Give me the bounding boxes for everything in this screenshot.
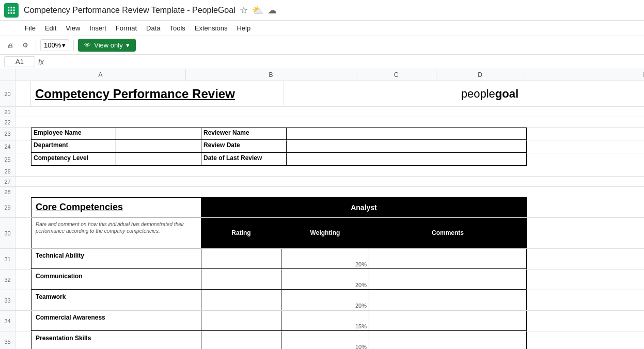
cell-21-empty[interactable]	[15, 107, 527, 117]
filter-button[interactable]: ⚙	[19, 39, 32, 51]
cell-a20[interactable]	[15, 81, 31, 106]
cell-c25-val[interactable]	[116, 153, 201, 166]
cell-c31[interactable]	[201, 249, 281, 269]
main-title-text: Competency Performance Review	[35, 87, 235, 101]
cell-e24-val[interactable]	[287, 140, 527, 153]
cell-28-empty[interactable]	[15, 187, 527, 197]
zoom-value: 100%	[44, 41, 61, 49]
rating-label: Rating	[231, 229, 250, 236]
row-num-31: 31	[0, 249, 15, 269]
zoom-selector[interactable]: 100% ▾	[40, 39, 69, 51]
col-header-a[interactable]: A	[15, 69, 186, 81]
cell-a35[interactable]	[15, 331, 31, 349]
row-num-26: 26	[0, 166, 15, 176]
table-row: 24 Department Review Date	[0, 140, 644, 153]
weighting-4-val: 10%	[284, 344, 367, 349]
cell-a25[interactable]	[15, 153, 31, 166]
row-num-24: 24	[0, 140, 15, 153]
cell-b33[interactable]: Teamwork	[31, 290, 201, 310]
cell-27-empty[interactable]	[15, 177, 527, 186]
fx-label: fx	[38, 58, 44, 66]
cell-b20-title[interactable]: Competency Performance Review	[31, 81, 284, 106]
cell-b32[interactable]: Communication	[31, 269, 201, 290]
row-num-20: 20	[0, 81, 15, 106]
menu-data[interactable]: Data	[142, 22, 164, 34]
rows-container: 20 Competency Performance Review peopleg…	[0, 81, 644, 349]
cell-26-empty[interactable]	[15, 166, 527, 176]
toolbar: 🖨 ⚙ 100% ▾ 👁 View only ▾	[0, 36, 644, 55]
table-row: 32 Communication 20%	[0, 269, 644, 290]
formula-input[interactable]	[48, 58, 640, 66]
cell-a32[interactable]	[15, 269, 31, 290]
cell-b35[interactable]: Presentation Skills	[31, 331, 201, 349]
cell-c33[interactable]	[201, 290, 281, 310]
view-only-chevron: ▾	[126, 41, 130, 49]
menu-format[interactable]: Format	[112, 22, 141, 34]
cell-c24-val[interactable]	[116, 140, 201, 153]
cell-c34[interactable]	[201, 311, 281, 331]
menu-insert[interactable]: Insert	[85, 22, 111, 34]
cell-a31[interactable]	[15, 249, 31, 269]
table-row: 25 Competency Level Date of Last Review	[0, 153, 644, 166]
cell-d32[interactable]: 20%	[281, 269, 369, 290]
cell-22-empty[interactable]	[15, 117, 527, 127]
cell-e31[interactable]	[369, 249, 527, 269]
cell-d35[interactable]: 10%	[281, 331, 369, 349]
cell-reference-input[interactable]: A1	[4, 56, 35, 67]
menu-tools[interactable]: Tools	[165, 22, 189, 34]
save-status-icon: ☁	[268, 5, 277, 16]
svg-rect-7	[11, 12, 12, 13]
cell-b23-label: Employee Name	[31, 128, 116, 140]
menu-view[interactable]: View	[61, 22, 84, 34]
col-header-d[interactable]: D	[436, 69, 524, 81]
menu-help[interactable]: Help	[232, 22, 255, 34]
row-num-22: 22	[0, 117, 15, 127]
cell-a24[interactable]	[15, 140, 31, 153]
cell-e33[interactable]	[369, 290, 527, 310]
cell-e34[interactable]	[369, 311, 527, 331]
cell-e25-val[interactable]	[287, 153, 527, 166]
col-header-e[interactable]: E	[524, 69, 644, 81]
cell-a29[interactable]	[15, 197, 31, 217]
cell-b34[interactable]: Commercial Awareness	[31, 311, 201, 331]
star-icon[interactable]: ☆	[240, 5, 248, 16]
col-header-c[interactable]: C	[356, 69, 436, 81]
menu-edit[interactable]: Edit	[41, 22, 60, 34]
cell-d34[interactable]: 15%	[281, 311, 369, 331]
cell-c23-val[interactable]	[116, 128, 201, 140]
cell-a33[interactable]	[15, 290, 31, 310]
weighting-label: Weighting	[310, 229, 340, 236]
cell-c32[interactable]	[201, 269, 281, 290]
svg-rect-0	[8, 7, 9, 8]
column-headers: A B C D E	[0, 69, 644, 81]
view-only-label: View only	[94, 41, 122, 49]
cell-a30[interactable]	[15, 218, 31, 248]
view-only-button[interactable]: 👁 View only ▾	[78, 39, 135, 52]
cell-b25-label: Competency Level	[31, 153, 116, 166]
corner-cell	[0, 69, 15, 81]
table-row: 31 Technical Ability 20%	[0, 249, 644, 269]
cell-b31[interactable]: Technical Ability	[31, 249, 201, 269]
row-num-30: 30	[0, 218, 15, 248]
core-competencies-label: Core Competencies	[36, 202, 123, 213]
row-num-29: 29	[0, 197, 15, 217]
analyst-header: Analyst	[201, 197, 527, 217]
print-button[interactable]: 🖨	[4, 39, 17, 51]
col-header-b[interactable]: B	[186, 69, 356, 81]
menu-extensions[interactable]: Extensions	[191, 22, 232, 34]
menu-file[interactable]: File	[21, 22, 40, 34]
cell-c35[interactable]	[201, 331, 281, 349]
table-row: 22	[0, 117, 644, 128]
cell-e32[interactable]	[369, 269, 527, 290]
comments-label: Comments	[432, 229, 464, 236]
svg-rect-5	[13, 9, 15, 11]
competency-1-name: Communication	[36, 273, 83, 280]
toolbar-separator-1	[36, 40, 36, 51]
row-num-34: 34	[0, 311, 15, 331]
cell-e23-val[interactable]	[287, 128, 527, 140]
cell-d31[interactable]: 20%	[281, 249, 369, 269]
cell-a23[interactable]	[15, 128, 31, 140]
cell-e35[interactable]	[369, 331, 527, 349]
cell-a34[interactable]	[15, 311, 31, 331]
cell-d33[interactable]: 20%	[281, 290, 369, 310]
